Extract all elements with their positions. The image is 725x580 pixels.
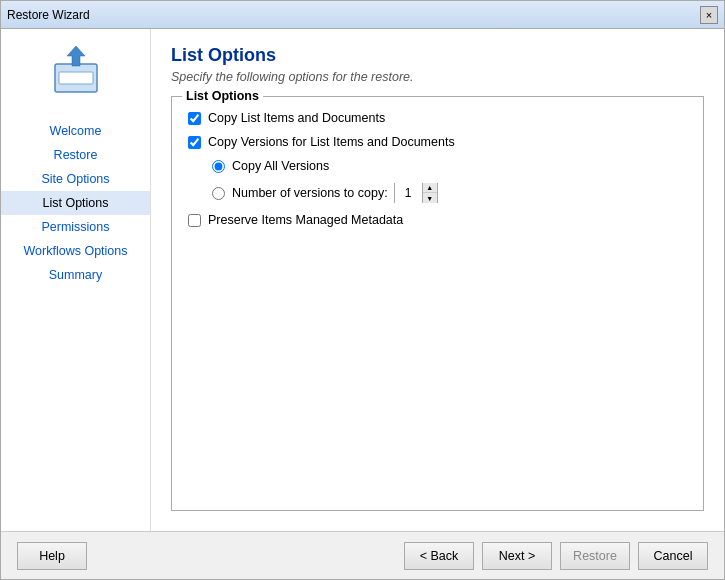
- page-subtitle: Specify the following options for the re…: [171, 70, 704, 84]
- copy-all-versions-row: Copy All Versions: [212, 159, 687, 173]
- spinner-down-button[interactable]: ▼: [423, 193, 437, 203]
- copy-versions-label[interactable]: Copy Versions for List Items and Documen…: [208, 135, 455, 149]
- copy-versions-row: Copy Versions for List Items and Documen…: [188, 135, 687, 149]
- number-of-versions-row: Number of versions to copy: ▲ ▼: [212, 183, 687, 203]
- footer-bar: Help < Back Next > Restore Cancel: [1, 531, 724, 579]
- title-bar: Restore Wizard ×: [1, 1, 724, 29]
- preserve-metadata-row: Preserve Items Managed Metadata: [188, 213, 687, 227]
- copy-versions-checkbox[interactable]: [188, 136, 201, 149]
- version-spinner: ▲ ▼: [394, 183, 438, 203]
- list-options-group: List Options Copy List Items and Documen…: [171, 96, 704, 511]
- back-button[interactable]: < Back: [404, 542, 474, 570]
- page-header: List Options Specify the following optio…: [171, 45, 704, 84]
- version-spinner-input[interactable]: [395, 183, 423, 203]
- copy-all-versions-radio[interactable]: [212, 160, 225, 173]
- cancel-button[interactable]: Cancel: [638, 542, 708, 570]
- spinner-up-button[interactable]: ▲: [423, 183, 437, 193]
- content-area: Welcome Restore Site Options List Option…: [1, 29, 724, 531]
- close-button[interactable]: ×: [700, 6, 718, 24]
- spinner-buttons: ▲ ▼: [423, 183, 437, 203]
- sidebar-item-list-options[interactable]: List Options: [1, 191, 150, 215]
- sidebar-item-site-options[interactable]: Site Options: [1, 167, 150, 191]
- page-title: List Options: [171, 45, 704, 66]
- sidebar-item-summary[interactable]: Summary: [1, 263, 150, 287]
- copy-list-items-checkbox[interactable]: [188, 112, 201, 125]
- preserve-metadata-checkbox[interactable]: [188, 214, 201, 227]
- main-panel: List Options Specify the following optio…: [151, 29, 724, 531]
- wizard-icon: [44, 39, 108, 103]
- restore-button[interactable]: Restore: [560, 542, 630, 570]
- sidebar-item-permissions[interactable]: Permissions: [1, 215, 150, 239]
- window-title: Restore Wizard: [7, 8, 90, 22]
- sidebar-item-workflows-options[interactable]: Workflows Options: [1, 239, 150, 263]
- svg-rect-1: [59, 72, 93, 84]
- copy-all-versions-label[interactable]: Copy All Versions: [232, 159, 329, 173]
- restore-wizard-window: Restore Wizard × Welcome Restore Site Op…: [0, 0, 725, 580]
- sidebar-item-restore[interactable]: Restore: [1, 143, 150, 167]
- preserve-metadata-label[interactable]: Preserve Items Managed Metadata: [208, 213, 403, 227]
- number-of-versions-label[interactable]: Number of versions to copy:: [232, 186, 388, 200]
- copy-list-items-label[interactable]: Copy List Items and Documents: [208, 111, 385, 125]
- group-box-legend: List Options: [182, 89, 263, 103]
- sidebar: Welcome Restore Site Options List Option…: [1, 29, 151, 531]
- help-button[interactable]: Help: [17, 542, 87, 570]
- copy-list-items-row: Copy List Items and Documents: [188, 111, 687, 125]
- number-of-versions-radio[interactable]: [212, 187, 225, 200]
- next-button[interactable]: Next >: [482, 542, 552, 570]
- sidebar-item-welcome[interactable]: Welcome: [1, 119, 150, 143]
